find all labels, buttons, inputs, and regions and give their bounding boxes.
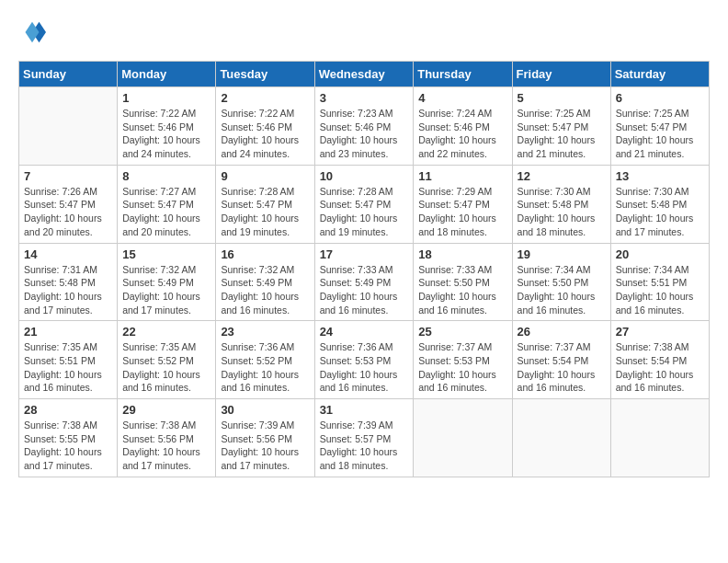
day-info: Sunrise: 7:26 AM Sunset: 5:47 PM Dayligh… — [24, 185, 112, 239]
day-number: 21 — [24, 325, 112, 339]
calendar-cell: 5Sunrise: 7:25 AM Sunset: 5:47 PM Daylig… — [512, 87, 610, 166]
day-number: 10 — [320, 169, 409, 183]
day-number: 17 — [320, 247, 409, 261]
calendar-cell: 17Sunrise: 7:33 AM Sunset: 5:49 PM Dayli… — [314, 243, 414, 321]
calendar-cell: 27Sunrise: 7:38 AM Sunset: 5:54 PM Dayli… — [610, 321, 709, 399]
calendar-cell: 19Sunrise: 7:34 AM Sunset: 5:50 PM Dayli… — [512, 243, 610, 321]
calendar-cell: 22Sunrise: 7:35 AM Sunset: 5:52 PM Dayli… — [118, 321, 216, 399]
day-info: Sunrise: 7:22 AM Sunset: 5:46 PM Dayligh… — [122, 107, 210, 161]
day-info: Sunrise: 7:23 AM Sunset: 5:46 PM Dayligh… — [320, 107, 409, 161]
calendar-cell: 21Sunrise: 7:35 AM Sunset: 5:51 PM Dayli… — [19, 321, 118, 399]
calendar-cell: 14Sunrise: 7:31 AM Sunset: 5:48 PM Dayli… — [19, 243, 118, 321]
logo — [18, 18, 50, 46]
day-info: Sunrise: 7:24 AM Sunset: 5:46 PM Dayligh… — [418, 107, 506, 161]
calendar-cell — [610, 399, 709, 477]
day-info: Sunrise: 7:37 AM Sunset: 5:54 PM Dayligh… — [518, 340, 606, 395]
page-header — [18, 18, 710, 46]
day-number: 3 — [320, 91, 409, 105]
day-header-monday: Monday — [118, 62, 216, 87]
day-header-wednesday: Wednesday — [314, 62, 414, 87]
day-number: 30 — [221, 403, 309, 417]
day-number: 22 — [122, 325, 210, 339]
calendar-header-row: SundayMondayTuesdayWednesdayThursdayFrid… — [19, 62, 710, 87]
day-number: 18 — [418, 247, 506, 261]
day-info: Sunrise: 7:39 AM Sunset: 5:56 PM Dayligh… — [221, 419, 309, 473]
calendar-cell: 8Sunrise: 7:27 AM Sunset: 5:47 PM Daylig… — [118, 165, 216, 243]
calendar-cell: 6Sunrise: 7:25 AM Sunset: 5:47 PM Daylig… — [610, 87, 709, 166]
day-info: Sunrise: 7:35 AM Sunset: 5:52 PM Dayligh… — [122, 340, 210, 395]
day-info: Sunrise: 7:27 AM Sunset: 5:47 PM Dayligh… — [122, 185, 210, 239]
calendar-cell: 1Sunrise: 7:22 AM Sunset: 5:46 PM Daylig… — [118, 87, 216, 166]
day-number: 12 — [518, 169, 606, 183]
day-header-sunday: Sunday — [19, 62, 118, 87]
day-info: Sunrise: 7:29 AM Sunset: 5:47 PM Dayligh… — [418, 185, 506, 239]
calendar-cell: 7Sunrise: 7:26 AM Sunset: 5:47 PM Daylig… — [19, 165, 118, 243]
calendar-cell: 4Sunrise: 7:24 AM Sunset: 5:46 PM Daylig… — [414, 87, 512, 166]
day-info: Sunrise: 7:25 AM Sunset: 5:47 PM Dayligh… — [518, 107, 606, 161]
day-number: 20 — [616, 247, 704, 261]
day-number: 14 — [24, 247, 112, 261]
day-number: 13 — [616, 169, 704, 183]
calendar-week-row: 28Sunrise: 7:38 AM Sunset: 5:55 PM Dayli… — [19, 399, 710, 477]
calendar-cell: 10Sunrise: 7:28 AM Sunset: 5:47 PM Dayli… — [314, 165, 414, 243]
day-number: 28 — [24, 403, 112, 417]
calendar-week-row: 14Sunrise: 7:31 AM Sunset: 5:48 PM Dayli… — [19, 243, 710, 321]
day-number: 2 — [221, 91, 309, 105]
calendar-table: SundayMondayTuesdayWednesdayThursdayFrid… — [18, 61, 710, 477]
day-info: Sunrise: 7:25 AM Sunset: 5:47 PM Dayligh… — [616, 107, 704, 161]
day-header-thursday: Thursday — [414, 62, 512, 87]
day-info: Sunrise: 7:32 AM Sunset: 5:49 PM Dayligh… — [122, 263, 210, 317]
day-number: 31 — [320, 403, 409, 417]
day-number: 5 — [518, 91, 606, 105]
day-info: Sunrise: 7:32 AM Sunset: 5:49 PM Dayligh… — [221, 263, 309, 317]
day-info: Sunrise: 7:31 AM Sunset: 5:48 PM Dayligh… — [24, 263, 112, 317]
day-info: Sunrise: 7:28 AM Sunset: 5:47 PM Dayligh… — [320, 185, 409, 239]
calendar-cell: 25Sunrise: 7:37 AM Sunset: 5:53 PM Dayli… — [414, 321, 512, 399]
calendar-cell: 30Sunrise: 7:39 AM Sunset: 5:56 PM Dayli… — [216, 399, 314, 477]
calendar-cell: 23Sunrise: 7:36 AM Sunset: 5:52 PM Dayli… — [216, 321, 314, 399]
calendar-week-row: 7Sunrise: 7:26 AM Sunset: 5:47 PM Daylig… — [19, 165, 710, 243]
day-number: 27 — [616, 325, 704, 339]
day-info: Sunrise: 7:35 AM Sunset: 5:51 PM Dayligh… — [24, 340, 112, 395]
calendar-cell: 16Sunrise: 7:32 AM Sunset: 5:49 PM Dayli… — [216, 243, 314, 321]
day-number: 1 — [122, 91, 210, 105]
day-info: Sunrise: 7:30 AM Sunset: 5:48 PM Dayligh… — [518, 185, 606, 239]
day-header-saturday: Saturday — [610, 62, 709, 87]
day-number: 8 — [122, 169, 210, 183]
calendar-cell: 31Sunrise: 7:39 AM Sunset: 5:57 PM Dayli… — [314, 399, 414, 477]
day-number: 24 — [320, 325, 409, 339]
calendar-cell: 20Sunrise: 7:34 AM Sunset: 5:51 PM Dayli… — [610, 243, 709, 321]
day-info: Sunrise: 7:34 AM Sunset: 5:50 PM Dayligh… — [518, 263, 606, 317]
calendar-cell — [414, 399, 512, 477]
calendar-cell: 15Sunrise: 7:32 AM Sunset: 5:49 PM Dayli… — [118, 243, 216, 321]
calendar-cell: 18Sunrise: 7:33 AM Sunset: 5:50 PM Dayli… — [414, 243, 512, 321]
day-number: 19 — [518, 247, 606, 261]
day-info: Sunrise: 7:33 AM Sunset: 5:49 PM Dayligh… — [320, 263, 409, 317]
day-header-tuesday: Tuesday — [216, 62, 314, 87]
day-number: 15 — [122, 247, 210, 261]
calendar-cell: 13Sunrise: 7:30 AM Sunset: 5:48 PM Dayli… — [610, 165, 709, 243]
day-number: 4 — [418, 91, 506, 105]
day-number: 9 — [221, 169, 309, 183]
day-info: Sunrise: 7:38 AM Sunset: 5:56 PM Dayligh… — [122, 419, 210, 473]
calendar-cell: 2Sunrise: 7:22 AM Sunset: 5:46 PM Daylig… — [216, 87, 314, 166]
day-info: Sunrise: 7:28 AM Sunset: 5:47 PM Dayligh… — [221, 185, 309, 239]
calendar-week-row: 1Sunrise: 7:22 AM Sunset: 5:46 PM Daylig… — [19, 87, 710, 166]
day-info: Sunrise: 7:38 AM Sunset: 5:55 PM Dayligh… — [24, 419, 112, 473]
day-number: 26 — [518, 325, 606, 339]
calendar-week-row: 21Sunrise: 7:35 AM Sunset: 5:51 PM Dayli… — [19, 321, 710, 399]
day-info: Sunrise: 7:37 AM Sunset: 5:53 PM Dayligh… — [418, 340, 506, 395]
day-number: 29 — [122, 403, 210, 417]
day-info: Sunrise: 7:36 AM Sunset: 5:53 PM Dayligh… — [320, 340, 409, 395]
calendar-cell: 24Sunrise: 7:36 AM Sunset: 5:53 PM Dayli… — [314, 321, 414, 399]
day-number: 7 — [24, 169, 112, 183]
day-info: Sunrise: 7:30 AM Sunset: 5:48 PM Dayligh… — [616, 185, 704, 239]
day-info: Sunrise: 7:36 AM Sunset: 5:52 PM Dayligh… — [221, 340, 309, 395]
day-number: 23 — [221, 325, 309, 339]
day-info: Sunrise: 7:38 AM Sunset: 5:54 PM Dayligh… — [616, 340, 704, 395]
logo-icon — [18, 18, 46, 46]
day-header-friday: Friday — [512, 62, 610, 87]
calendar-cell: 29Sunrise: 7:38 AM Sunset: 5:56 PM Dayli… — [118, 399, 216, 477]
calendar-cell: 28Sunrise: 7:38 AM Sunset: 5:55 PM Dayli… — [19, 399, 118, 477]
day-info: Sunrise: 7:34 AM Sunset: 5:51 PM Dayligh… — [616, 263, 704, 317]
